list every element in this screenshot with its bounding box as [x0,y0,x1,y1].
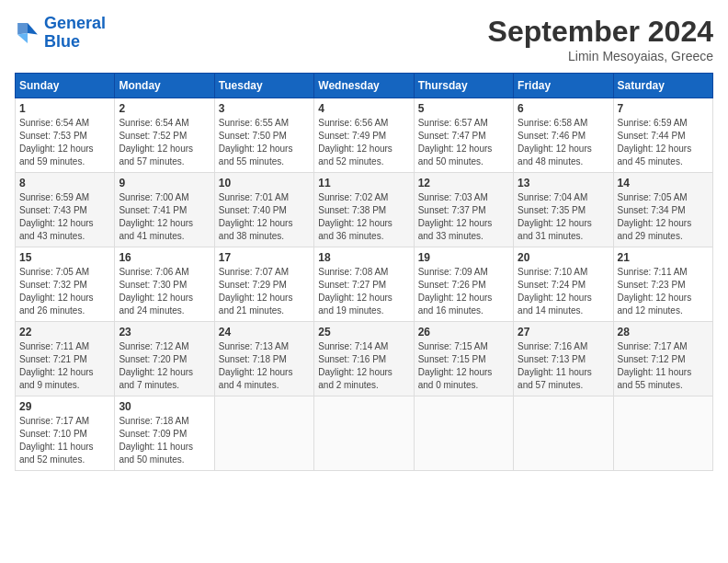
day-number: 11 [318,177,409,190]
logo: General Blue [15,15,106,52]
day-info: Sunrise: 6:54 AM Sunset: 7:53 PM Dayligh… [19,117,110,168]
empty-cell [514,396,613,471]
day-info: Sunrise: 7:00 AM Sunset: 7:41 PM Dayligh… [119,191,210,243]
empty-cell [314,396,414,471]
day-cell-18: 18Sunrise: 7:08 AM Sunset: 7:27 PM Dayli… [314,247,414,322]
day-info: Sunrise: 6:56 AM Sunset: 7:49 PM Dayligh… [318,117,409,168]
day-cell-16: 16Sunrise: 7:06 AM Sunset: 7:30 PM Dayli… [115,247,214,322]
col-header-monday: Monday [115,74,214,98]
day-number: 15 [19,251,110,264]
day-info: Sunrise: 7:06 AM Sunset: 7:30 PM Dayligh… [119,266,210,317]
day-cell-19: 19Sunrise: 7:09 AM Sunset: 7:26 PM Dayli… [414,247,513,322]
day-cell-29: 29Sunrise: 7:17 AM Sunset: 7:10 PM Dayli… [16,396,115,471]
day-info: Sunrise: 6:57 AM Sunset: 7:47 PM Dayligh… [418,117,509,168]
day-info: Sunrise: 7:17 AM Sunset: 7:10 PM Dayligh… [19,415,110,466]
day-info: Sunrise: 7:16 AM Sunset: 7:13 PM Dayligh… [518,340,609,392]
calendar-table: SundayMondayTuesdayWednesdayThursdayFrid… [15,73,713,471]
day-number: 1 [19,102,110,115]
title-block: September 2024 Limin Mesoyaias, Greece [488,15,713,63]
day-cell-13: 13Sunrise: 7:04 AM Sunset: 7:35 PM Dayli… [514,173,613,247]
day-info: Sunrise: 7:05 AM Sunset: 7:32 PM Dayligh… [19,266,110,317]
day-cell-21: 21Sunrise: 7:11 AM Sunset: 7:23 PM Dayli… [613,247,712,322]
day-number: 3 [219,102,310,115]
day-info: Sunrise: 7:18 AM Sunset: 7:09 PM Dayligh… [119,415,210,466]
day-info: Sunrise: 7:01 AM Sunset: 7:40 PM Dayligh… [219,191,310,243]
day-cell-11: 11Sunrise: 7:02 AM Sunset: 7:38 PM Dayli… [314,173,414,247]
logo-icon [15,20,40,46]
col-header-thursday: Thursday [414,74,513,98]
day-info: Sunrise: 6:58 AM Sunset: 7:46 PM Dayligh… [518,117,609,168]
header-row: SundayMondayTuesdayWednesdayThursdayFrid… [16,74,713,98]
day-info: Sunrise: 6:55 AM Sunset: 7:50 PM Dayligh… [219,117,310,168]
day-number: 20 [518,251,609,264]
day-number: 30 [119,400,210,413]
day-cell-15: 15Sunrise: 7:05 AM Sunset: 7:32 PM Dayli… [16,247,115,322]
day-info: Sunrise: 6:59 AM Sunset: 7:43 PM Dayligh… [19,191,110,243]
day-cell-26: 26Sunrise: 7:15 AM Sunset: 7:15 PM Dayli… [414,322,513,396]
day-cell-3: 3Sunrise: 6:55 AM Sunset: 7:50 PM Daylig… [214,98,313,173]
col-header-wednesday: Wednesday [314,74,414,98]
col-header-friday: Friday [514,74,613,98]
day-info: Sunrise: 7:14 AM Sunset: 7:16 PM Dayligh… [318,340,409,392]
calendar-week-4: 22Sunrise: 7:11 AM Sunset: 7:21 PM Dayli… [16,322,713,396]
day-info: Sunrise: 7:13 AM Sunset: 7:18 PM Dayligh… [219,340,310,392]
day-cell-5: 5Sunrise: 6:57 AM Sunset: 7:47 PM Daylig… [414,98,513,173]
logo-text: General Blue [44,15,106,52]
day-info: Sunrise: 7:17 AM Sunset: 7:12 PM Dayligh… [618,340,709,392]
day-cell-1: 1Sunrise: 6:54 AM Sunset: 7:53 PM Daylig… [16,98,115,173]
day-number: 13 [518,177,609,190]
day-cell-12: 12Sunrise: 7:03 AM Sunset: 7:37 PM Dayli… [414,173,513,247]
day-number: 9 [119,177,210,190]
day-number: 7 [618,102,709,115]
day-number: 26 [418,326,509,339]
location: Limin Mesoyaias, Greece [488,49,713,63]
day-number: 25 [318,326,409,339]
day-info: Sunrise: 7:04 AM Sunset: 7:35 PM Dayligh… [518,191,609,243]
day-number: 8 [19,177,110,190]
day-info: Sunrise: 7:05 AM Sunset: 7:34 PM Dayligh… [618,191,709,243]
day-number: 10 [219,177,310,190]
day-info: Sunrise: 7:15 AM Sunset: 7:15 PM Dayligh… [418,340,509,392]
day-info: Sunrise: 7:08 AM Sunset: 7:27 PM Dayligh… [318,266,409,317]
empty-cell [214,396,313,471]
day-info: Sunrise: 7:10 AM Sunset: 7:24 PM Dayligh… [518,266,609,317]
day-cell-4: 4Sunrise: 6:56 AM Sunset: 7:49 PM Daylig… [314,98,414,173]
day-cell-25: 25Sunrise: 7:14 AM Sunset: 7:16 PM Dayli… [314,322,414,396]
day-cell-24: 24Sunrise: 7:13 AM Sunset: 7:18 PM Dayli… [214,322,313,396]
day-cell-27: 27Sunrise: 7:16 AM Sunset: 7:13 PM Dayli… [514,322,613,396]
calendar-week-5: 29Sunrise: 7:17 AM Sunset: 7:10 PM Dayli… [16,396,713,471]
day-number: 19 [418,251,509,264]
day-number: 21 [618,251,709,264]
col-header-sunday: Sunday [16,74,115,98]
day-cell-22: 22Sunrise: 7:11 AM Sunset: 7:21 PM Dayli… [16,322,115,396]
month-title: September 2024 [488,15,713,49]
day-number: 2 [119,102,210,115]
calendar-week-2: 8Sunrise: 6:59 AM Sunset: 7:43 PM Daylig… [16,173,713,247]
day-number: 6 [518,102,609,115]
day-cell-17: 17Sunrise: 7:07 AM Sunset: 7:29 PM Dayli… [214,247,313,322]
day-cell-20: 20Sunrise: 7:10 AM Sunset: 7:24 PM Dayli… [514,247,613,322]
col-header-saturday: Saturday [613,74,712,98]
day-cell-8: 8Sunrise: 6:59 AM Sunset: 7:43 PM Daylig… [16,173,115,247]
day-cell-2: 2Sunrise: 6:54 AM Sunset: 7:52 PM Daylig… [115,98,214,173]
day-cell-7: 7Sunrise: 6:59 AM Sunset: 7:44 PM Daylig… [613,98,712,173]
day-number: 4 [318,102,409,115]
day-info: Sunrise: 7:11 AM Sunset: 7:21 PM Dayligh… [19,340,110,392]
day-info: Sunrise: 7:11 AM Sunset: 7:23 PM Dayligh… [618,266,709,317]
day-info: Sunrise: 7:03 AM Sunset: 7:37 PM Dayligh… [418,191,509,243]
day-cell-6: 6Sunrise: 6:58 AM Sunset: 7:46 PM Daylig… [514,98,613,173]
day-cell-30: 30Sunrise: 7:18 AM Sunset: 7:09 PM Dayli… [115,396,214,471]
calendar-week-3: 15Sunrise: 7:05 AM Sunset: 7:32 PM Dayli… [16,247,713,322]
day-cell-28: 28Sunrise: 7:17 AM Sunset: 7:12 PM Dayli… [613,322,712,396]
day-number: 23 [119,326,210,339]
day-info: Sunrise: 7:02 AM Sunset: 7:38 PM Dayligh… [318,191,409,243]
day-info: Sunrise: 7:12 AM Sunset: 7:20 PM Dayligh… [119,340,210,392]
day-number: 29 [19,400,110,413]
day-number: 17 [219,251,310,264]
day-number: 12 [418,177,509,190]
day-number: 5 [418,102,509,115]
page-header: General Blue September 2024 Limin Mesoya… [15,15,713,63]
empty-cell [613,396,712,471]
day-cell-14: 14Sunrise: 7:05 AM Sunset: 7:34 PM Dayli… [613,173,712,247]
day-number: 18 [318,251,409,264]
